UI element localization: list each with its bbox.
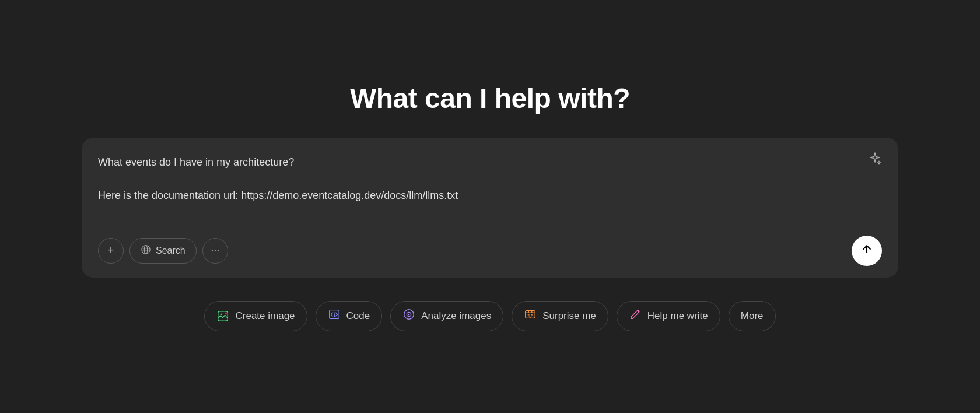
- chip-create-image-label: Create image: [235, 310, 295, 322]
- suggestion-chips: Create image Code: [204, 301, 775, 331]
- chip-more-label: More: [741, 310, 764, 322]
- input-bottom-row: + Search ···: [98, 236, 882, 266]
- message-input[interactable]: What events do I have in my architecture…: [98, 154, 882, 224]
- chip-surprise-me[interactable]: Surprise me: [512, 301, 608, 331]
- svg-point-10: [408, 314, 410, 316]
- chip-create-image[interactable]: Create image: [204, 301, 307, 331]
- code-icon: [328, 308, 341, 324]
- input-actions-left: + Search ···: [98, 238, 228, 264]
- main-container: What can I help with? What events do I h…: [0, 82, 980, 331]
- more-options-button[interactable]: ···: [202, 238, 228, 264]
- add-button[interactable]: +: [98, 238, 124, 264]
- svg-point-1: [144, 245, 147, 253]
- page-title: What can I help with?: [350, 82, 630, 114]
- sparkle-icon[interactable]: [868, 152, 882, 169]
- chip-help-me-write[interactable]: Help me write: [617, 301, 720, 331]
- chip-analyze-images-label: Analyze images: [421, 310, 491, 322]
- chip-help-me-write-label: Help me write: [648, 310, 708, 322]
- globe-icon: [141, 244, 151, 257]
- plus-icon: +: [108, 244, 114, 257]
- ellipsis-icon: ···: [211, 244, 219, 257]
- svg-line-7: [334, 312, 334, 316]
- chip-surprise-me-label: Surprise me: [542, 310, 596, 322]
- svg-point-0: [142, 245, 150, 253]
- chip-more[interactable]: More: [729, 301, 776, 331]
- send-button[interactable]: [852, 236, 882, 266]
- chip-code[interactable]: Code: [316, 301, 383, 331]
- analyze-icon: [402, 308, 415, 324]
- chip-code-label: Code: [346, 310, 370, 322]
- send-icon: [861, 243, 873, 258]
- chip-analyze-images[interactable]: Analyze images: [390, 301, 503, 331]
- surprise-icon: [524, 308, 537, 324]
- help-write-icon: [629, 308, 642, 324]
- search-label: Search: [156, 246, 186, 256]
- svg-point-5: [220, 313, 222, 315]
- input-area: What events do I have in my architecture…: [82, 138, 898, 278]
- create-image-icon: [216, 310, 229, 323]
- search-button[interactable]: Search: [130, 238, 197, 264]
